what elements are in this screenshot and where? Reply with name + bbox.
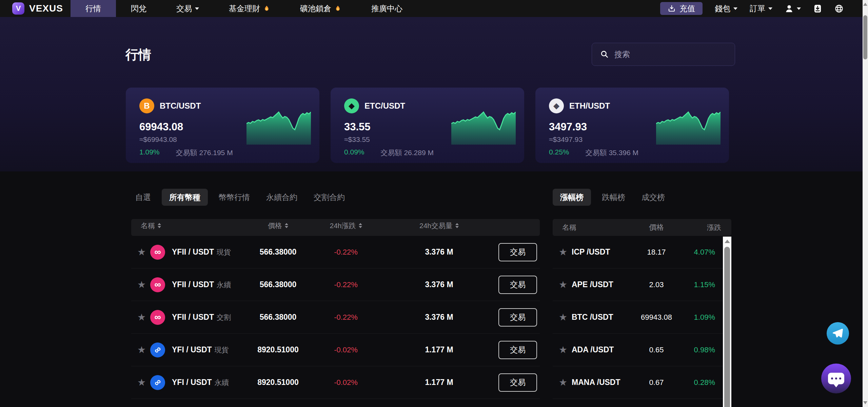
sort-icon [158,223,161,228]
market-table-row[interactable]: ★∞YFI / USDT現貨8920.51000-0.02%1.177 M交易 [131,334,540,366]
market-tab-3[interactable]: 幣幣行情 [213,189,255,206]
star-favorite-icon[interactable]: ★ [559,345,567,355]
market-table-row[interactable]: ★∞YFII / USDT永續566.38000-0.22%3.376 M交易 [131,269,540,301]
rank-table-row[interactable]: ★BTC /USDT69943.081.09% [553,301,723,334]
etc-coin-icon: ◆ [344,98,359,113]
rank-table-row[interactable]: ★ICP /USDT18.174.07% [553,236,723,269]
trade-button[interactable]: 交易 [498,341,537,359]
btc-coin-icon: B [139,98,154,113]
pair-price: 566.38000 [244,280,312,289]
wallet-label: 錢包 [715,3,730,14]
rank-pair-name: BTC /USDT [572,313,629,322]
eth-coin-icon: ◆ [549,98,564,113]
scroll-up-arrow-icon[interactable] [863,3,867,6]
favorite-cell: ★ [553,312,572,323]
market-table-body: ★∞YFII / USDT現貨566.38000-0.22%3.376 M交易★… [131,236,540,399]
nav-item-2[interactable]: 閃兌 [116,0,161,17]
pair-name: YFII / USDT永續 [172,280,244,290]
nav-item-6[interactable]: 推廣中心 [356,0,417,17]
orders-menu[interactable]: 訂單 [750,3,772,14]
column-header-price[interactable]: 價格 [244,221,312,230]
ticker-card-btc[interactable]: BBTC/USDT69943.08≈$69943.081.09%交易額 276.… [126,88,319,163]
trade-button[interactable]: 交易 [498,308,537,327]
search-box[interactable] [592,43,735,66]
scroll-down-arrow-icon[interactable] [863,401,867,404]
deposit-button[interactable]: 充值 [660,2,703,15]
yfi-coin-icon: ∞ [150,375,165,390]
market-table-row[interactable]: ★∞YFII / USDT交割566.38000-0.22%3.376 M交易 [131,301,540,334]
pair-price: 566.38000 [244,247,312,257]
rank-pair-price: 0.65 [629,346,684,354]
market-tab-2[interactable]: 所有幣種 [162,189,208,206]
star-favorite-icon[interactable]: ★ [137,345,146,355]
rank-tab-2[interactable]: 跌幅榜 [596,189,631,206]
star-favorite-icon[interactable]: ★ [137,279,146,290]
market-tab-5[interactable]: 交割合約 [308,189,350,206]
star-favorite-icon[interactable]: ★ [137,247,146,257]
star-favorite-icon[interactable]: ★ [137,312,146,322]
pair-symbol: YFI / USDT [172,345,212,354]
market-tab-4[interactable]: 永續合約 [261,189,303,206]
ticker-card-eth[interactable]: ◆ETH/USDT3497.93≈$3497.930.25%交易額 35.396… [535,88,729,163]
rank-table-row[interactable]: ★ADA /USDT0.650.98% [553,334,723,366]
column-header-name[interactable]: 名稱 [131,221,244,230]
ticker-pair-label: ETC/USDT [364,101,405,111]
rank-pair-price: 2.03 [629,280,684,289]
language-button[interactable] [834,4,844,13]
rank-table-body: ★ICP /USDT18.174.07%★APE /USDT2.031.15%★… [553,236,723,399]
page-title: 行情 [125,46,151,63]
ticker-card-etc[interactable]: ◆ETC/USDT33.55≈$33.550.09%交易額 26.289 M [331,88,524,163]
nav-item-5[interactable]: 礦池鎖倉 [285,0,356,17]
star-favorite-icon[interactable]: ★ [559,377,567,388]
ticker-cards: BBTC/USDT69943.08≈$69943.081.09%交易額 276.… [126,88,729,163]
fire-icon [263,5,270,12]
market-tab-1[interactable]: 自選 [130,189,156,206]
star-favorite-icon[interactable]: ★ [137,377,146,388]
star-favorite-icon[interactable]: ★ [559,312,567,322]
account-menu[interactable] [785,4,801,13]
sort-icon [285,223,288,228]
scrollbar-thumb[interactable] [724,247,730,407]
nav-item-1[interactable]: 行情 [71,0,116,17]
pair-name: YFII / USDT交割 [172,313,244,322]
market-table-row[interactable]: ★∞YFII / USDT現貨566.38000-0.22%3.376 M交易 [131,236,540,269]
star-favorite-icon[interactable]: ★ [559,279,567,290]
ticker-meta: 1.09%交易額 276.195 M [139,148,319,158]
column-header-24h-volume[interactable]: 24h交易量 [380,221,498,230]
telegram-button[interactable] [827,322,849,345]
orders-label: 訂單 [750,3,765,14]
deposit-icon [668,4,676,13]
price-sparkline-chart [656,111,721,145]
pair-name: YFI / USDT永續 [172,378,244,387]
scrollbar-thumb[interactable] [863,15,867,59]
rank-tab-1[interactable]: 漲幅榜 [553,189,591,206]
column-header-24h-change[interactable]: 24h漲跌 [312,221,380,230]
ticker-change-percent: 0.09% [344,148,364,158]
search-input[interactable] [614,50,727,59]
page-scrollbar[interactable] [863,0,868,407]
rank-list-scrollbar[interactable] [723,237,731,407]
app-download-button[interactable] [813,4,822,13]
brand[interactable]: V VEXUS [12,2,63,15]
chat-support-button[interactable] [821,364,851,393]
nav-item-label: 推廣中心 [371,3,402,14]
scroll-up-arrow-icon[interactable] [725,240,730,243]
rank-tab-3[interactable]: 成交榜 [636,189,670,206]
market-table-row[interactable]: ★∞YFI / USDT永續8920.51000-0.02%1.177 M交易 [131,366,540,399]
nav-item-3[interactable]: 交易 [161,0,214,17]
nav-item-label: 礦池鎖倉 [300,3,331,14]
trade-button[interactable]: 交易 [498,243,537,261]
rank-table-row[interactable]: ★APE /USDT2.031.15% [553,269,723,301]
pair-24h-volume: 1.177 M [380,378,498,387]
app-download-icon [813,4,822,13]
nav-item-4[interactable]: 基金理財 [214,0,285,17]
ticker-change-percent: 0.25% [549,148,569,158]
rank-pair-price: 69943.08 [629,313,684,322]
price-sparkline-chart [451,111,516,145]
rank-table-row[interactable]: ★MANA /USDT0.670.28% [553,366,723,399]
star-favorite-icon[interactable]: ★ [559,247,567,257]
trade-button[interactable]: 交易 [498,276,537,294]
wallet-menu[interactable]: 錢包 [715,3,737,14]
pair-24h-volume: 3.376 M [380,247,498,257]
trade-button[interactable]: 交易 [498,373,537,392]
